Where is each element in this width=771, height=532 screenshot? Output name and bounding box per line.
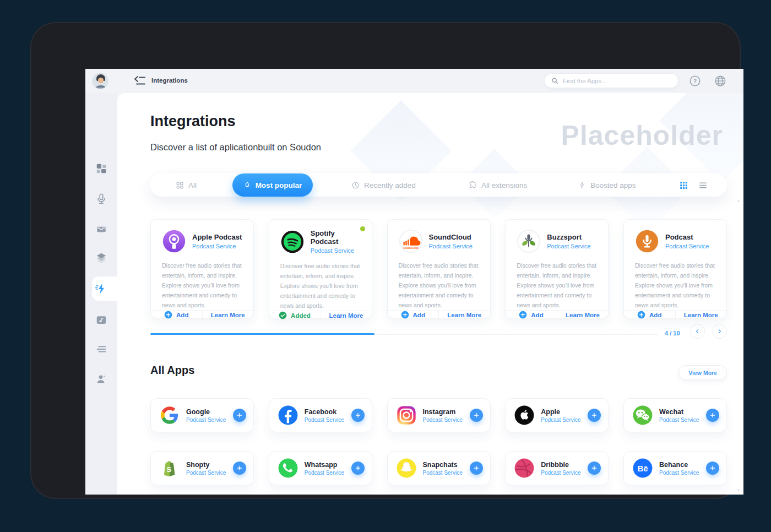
sidebar (85, 93, 117, 495)
card-service[interactable]: Podcast Service (429, 243, 473, 249)
help-button[interactable]: ? (689, 75, 701, 87)
sidebar-item-media[interactable] (95, 314, 107, 326)
tile-whatsapp[interactable]: Whatsapp Podcast Service (269, 451, 372, 485)
learn-more-button[interactable]: Learn More (203, 311, 254, 319)
grid-view-toggle[interactable] (679, 181, 688, 190)
learn-more-button[interactable]: Learn More (439, 311, 490, 319)
carousel-page-indicator: 4 / 10 (665, 330, 680, 336)
add-app-button[interactable] (470, 462, 483, 475)
media-card-icon (95, 314, 107, 326)
tile-facebook[interactable]: Facebook Podcast Service (269, 398, 372, 432)
lightning-bolt-icon (95, 283, 107, 295)
scroll-up-chevron[interactable]: ˄ (736, 199, 741, 204)
add-button[interactable]: Add (624, 311, 676, 319)
card-service[interactable]: Podcast Service (192, 243, 242, 249)
card-podcast: Podcast Podcast Service Discover free au… (623, 219, 727, 318)
snapchat-icon (396, 458, 417, 479)
sidebar-item-list[interactable] (95, 343, 107, 355)
sidebar-collapse-icon[interactable] (133, 75, 146, 87)
tile-name: Apple (541, 408, 580, 416)
card-description: Discover free audio stories that enterta… (506, 253, 608, 310)
search-input[interactable] (563, 78, 671, 84)
learn-more-button[interactable]: Learn More (676, 311, 727, 319)
sidebar-item-recordings[interactable] (95, 193, 107, 205)
tile-dribbble[interactable]: Dribbble Podcast Service (505, 451, 609, 485)
tile-name: Shopty (186, 461, 226, 469)
tile-shopty[interactable]: S Shopty Podcast Service (150, 451, 254, 485)
sidebar-item-dashboard[interactable] (95, 162, 107, 175)
tile-service[interactable]: Podcast Service (305, 417, 344, 423)
help-icon: ? (689, 75, 701, 87)
tab-boosted-apps[interactable]: Boosted apps (578, 173, 636, 197)
card-description: Discover free audio stories that enterta… (151, 253, 253, 310)
add-button[interactable]: Add (151, 311, 203, 319)
globe-icon (714, 75, 726, 87)
user-avatar[interactable] (92, 73, 108, 89)
tile-service[interactable]: Podcast Service (305, 470, 344, 476)
shopty-icon: S (159, 458, 180, 479)
add-app-button[interactable] (351, 462, 365, 475)
plus-icon (473, 412, 480, 419)
tile-google[interactable]: Google Podcast Service (150, 398, 254, 432)
tile-wechat[interactable]: Wechat Podcast Service (623, 398, 727, 432)
tile-service[interactable]: Podcast Service (186, 417, 226, 423)
carousel-next-button[interactable] (712, 324, 727, 339)
tile-service[interactable]: Podcast Service (541, 417, 580, 423)
sidebar-item-inbox[interactable] (95, 222, 107, 235)
tile-service[interactable]: Podcast Service (659, 417, 699, 423)
language-button[interactable] (714, 75, 726, 87)
tab-most-popular-active[interactable]: Most popular (232, 173, 313, 197)
add-app-button[interactable] (588, 462, 601, 475)
tile-service[interactable]: Podcast Service (659, 470, 699, 476)
add-button[interactable]: Add (506, 311, 557, 319)
tab-all[interactable]: All (176, 173, 197, 197)
scroll-down-chevron[interactable]: ˅ (736, 488, 741, 493)
tab-all-extensions[interactable]: All extensions (468, 173, 527, 197)
add-app-button[interactable] (233, 462, 246, 475)
list-view-icon (698, 181, 708, 190)
tile-service[interactable]: Podcast Service (186, 470, 226, 476)
breadcrumb: Integrations (151, 77, 188, 84)
tab-label: All extensions (481, 181, 527, 189)
search-bar[interactable] (544, 73, 678, 88)
card-description: Discover free audio stories that enterta… (388, 253, 490, 310)
add-app-button[interactable] (588, 409, 601, 422)
tile-service[interactable]: Podcast Service (541, 470, 580, 476)
plus-icon (473, 465, 480, 471)
carousel-progress-fill (150, 333, 374, 335)
plus-icon (591, 465, 598, 471)
tile-snapchats[interactable]: Snapchats Podcast Service (387, 451, 491, 485)
list-icon (95, 343, 107, 355)
tile-apple[interactable]: Apple Podcast Service (505, 398, 609, 432)
page-title: Integrations (150, 113, 236, 130)
apps-grid-row-1: Google Podcast Service Facebook Podcast … (150, 398, 727, 432)
add-app-button[interactable] (706, 462, 719, 475)
card-service[interactable]: Podcast Service (311, 247, 364, 254)
add-app-button[interactable] (706, 409, 719, 422)
card-buzzsport: Buzzsport Podcast Service Discover free … (505, 219, 609, 318)
tab-recently-added[interactable]: Recently added (351, 173, 416, 197)
tile-name: Snapchats (423, 461, 463, 469)
learn-more-button[interactable]: Learn More (557, 311, 609, 319)
add-button[interactable]: Add (388, 311, 439, 319)
sidebar-item-layers[interactable] (95, 252, 107, 264)
tile-name: Instagram (423, 408, 463, 416)
list-view-toggle[interactable] (698, 181, 708, 190)
flame-icon (243, 181, 251, 189)
tile-service[interactable]: Podcast Service (423, 470, 463, 476)
tile-service[interactable]: Podcast Service (423, 417, 463, 423)
card-service[interactable]: Podcast Service (665, 243, 709, 249)
add-app-button[interactable] (233, 409, 246, 422)
learn-more-button[interactable]: Learn More (321, 311, 372, 319)
card-service[interactable]: Podcast Service (547, 243, 590, 249)
dashboard-icon (95, 162, 107, 175)
tile-instagram[interactable]: Instagram Podcast Service (387, 398, 491, 432)
added-button[interactable]: Added (269, 311, 321, 319)
tile-behance[interactable]: Bē Behance Podcast Service (623, 451, 727, 485)
add-app-button[interactable] (470, 409, 483, 422)
sidebar-item-users[interactable] (95, 373, 107, 385)
sidebar-item-integrations-active[interactable] (95, 283, 107, 295)
carousel-prev-button[interactable] (690, 324, 705, 339)
view-more-button[interactable]: View More (678, 365, 727, 380)
add-app-button[interactable] (351, 409, 365, 422)
